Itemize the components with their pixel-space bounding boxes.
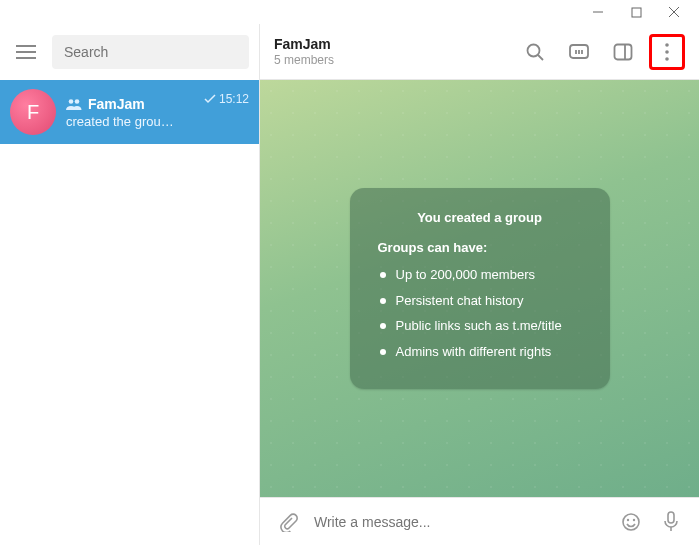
svg-point-9 [528, 44, 540, 56]
right-panel: FamJam 5 members You c [260, 24, 699, 545]
voice-button[interactable] [657, 508, 685, 536]
search-input[interactable] [64, 44, 237, 60]
svg-point-19 [665, 57, 669, 61]
main-area: F FamJam created the grou… 15:12 [0, 24, 699, 545]
list-item: Up to 200,000 members [378, 265, 582, 285]
header-subtitle: 5 members [274, 53, 509, 67]
card-subtitle: Groups can have: [378, 238, 582, 258]
chat-time: 15:12 [204, 92, 249, 106]
composer [260, 497, 699, 545]
svg-rect-23 [668, 512, 674, 523]
side-panel-icon [613, 43, 633, 61]
chat-item[interactable]: F FamJam created the grou… 15:12 [0, 80, 259, 144]
chat-title: FamJam [88, 96, 145, 112]
header-info[interactable]: FamJam 5 members [274, 36, 509, 67]
emoji-icon [621, 512, 641, 532]
minimize-icon [592, 6, 604, 18]
more-options-button[interactable] [649, 34, 685, 70]
left-topbar [0, 24, 259, 80]
left-panel: F FamJam created the grou… 15:12 [0, 24, 260, 545]
card-bullet-list: Up to 200,000 members Persistent chat hi… [378, 265, 582, 361]
search-box[interactable] [52, 35, 249, 69]
svg-rect-1 [632, 8, 641, 17]
header-title: FamJam [274, 36, 509, 52]
conversation-area: You created a group Groups can have: Up … [260, 80, 699, 497]
list-item: Persistent chat history [378, 291, 582, 311]
chat-header: FamJam 5 members [260, 24, 699, 80]
app-window: F FamJam created the grou… 15:12 [0, 0, 699, 545]
emoji-button[interactable] [617, 508, 645, 536]
group-icon [66, 98, 82, 110]
window-close-button[interactable] [655, 0, 693, 24]
svg-point-21 [627, 518, 629, 520]
svg-point-7 [69, 99, 74, 104]
video-chat-icon [568, 42, 590, 62]
svg-point-8 [75, 99, 80, 104]
svg-point-17 [665, 43, 669, 47]
attach-button[interactable] [274, 508, 302, 536]
hamburger-icon [16, 45, 36, 59]
chat-preview: created the grou… [66, 114, 236, 129]
video-chat-button[interactable] [561, 34, 597, 70]
window-minimize-button[interactable] [579, 0, 617, 24]
group-info-card: You created a group Groups can have: Up … [350, 188, 610, 389]
list-item: Public links such as t.me/title [378, 316, 582, 336]
search-icon [525, 42, 545, 62]
svg-line-10 [538, 55, 543, 60]
maximize-icon [631, 7, 642, 18]
check-icon [204, 94, 216, 104]
chat-list: F FamJam created the grou… 15:12 [0, 80, 259, 545]
menu-button[interactable] [10, 36, 42, 68]
window-titlebar [0, 0, 699, 24]
list-item: Admins with different rights [378, 342, 582, 362]
avatar: F [10, 89, 56, 135]
card-title: You created a group [378, 208, 582, 228]
svg-rect-15 [615, 44, 632, 59]
window-maximize-button[interactable] [617, 0, 655, 24]
more-vertical-icon [665, 43, 669, 61]
side-panel-button[interactable] [605, 34, 641, 70]
avatar-letter: F [27, 101, 39, 124]
search-in-chat-button[interactable] [517, 34, 553, 70]
microphone-icon [663, 511, 679, 533]
close-icon [668, 6, 680, 18]
paperclip-icon [278, 512, 298, 532]
svg-point-18 [665, 50, 669, 54]
chat-time-text: 15:12 [219, 92, 249, 106]
svg-point-22 [633, 518, 635, 520]
svg-point-20 [623, 514, 639, 530]
message-input[interactable] [314, 514, 605, 530]
